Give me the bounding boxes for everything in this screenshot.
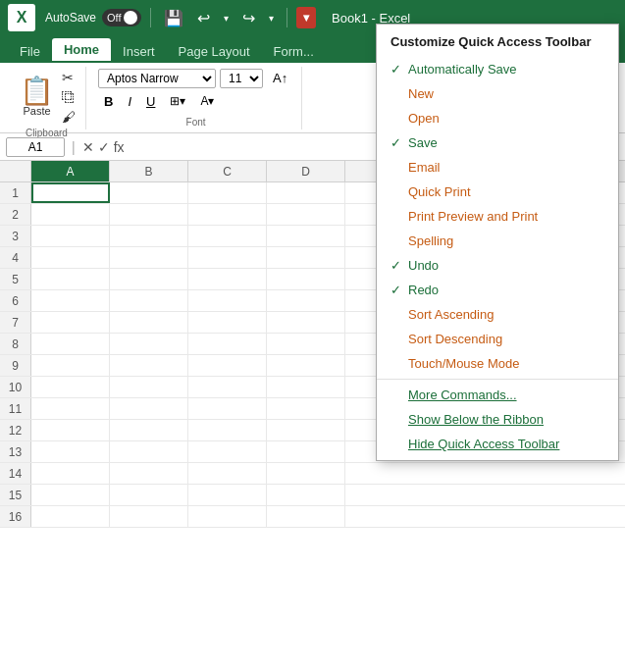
cell-a8[interactable] bbox=[31, 334, 110, 354]
cell-c8[interactable] bbox=[188, 334, 267, 354]
tab-home[interactable]: Home bbox=[52, 38, 111, 63]
cell-d3[interactable] bbox=[267, 226, 345, 246]
cell-c13[interactable] bbox=[188, 441, 267, 462]
cell-c16[interactable] bbox=[188, 506, 267, 527]
cell-a12[interactable] bbox=[31, 420, 110, 440]
cell-b2[interactable] bbox=[110, 204, 188, 225]
cell-d5[interactable] bbox=[267, 269, 345, 289]
cell-b4[interactable] bbox=[110, 247, 188, 268]
undo-icon[interactable]: ↩ bbox=[193, 6, 214, 30]
dropdown-item-more-commands[interactable]: More Commands... bbox=[377, 383, 618, 407]
cell-reference-input[interactable] bbox=[6, 137, 65, 157]
dropdown-item-sort-desc[interactable]: Sort Descending bbox=[377, 327, 618, 351]
cell-d6[interactable] bbox=[267, 290, 345, 311]
cell-a15[interactable] bbox=[31, 485, 110, 505]
cell-a13[interactable] bbox=[31, 441, 110, 462]
cell-a10[interactable] bbox=[31, 377, 110, 397]
increase-font-button[interactable]: A↑ bbox=[267, 69, 293, 87]
tab-insert[interactable]: Insert bbox=[111, 40, 167, 63]
tab-page-layout[interactable]: Page Layout bbox=[167, 40, 262, 63]
dropdown-item-spelling[interactable]: Spelling bbox=[377, 229, 618, 253]
cell-d11[interactable] bbox=[267, 398, 345, 419]
dropdown-item-auto-save[interactable]: ✓Automatically Save bbox=[377, 57, 618, 81]
dropdown-item-email[interactable]: Email bbox=[377, 155, 618, 180]
cell-c12[interactable] bbox=[188, 420, 267, 440]
cell-b9[interactable] bbox=[110, 355, 188, 376]
cell-d13[interactable] bbox=[267, 441, 345, 462]
cell-d15[interactable] bbox=[267, 485, 345, 505]
cell-b11[interactable] bbox=[110, 398, 188, 419]
cell-d8[interactable] bbox=[267, 334, 345, 354]
cell-d9[interactable] bbox=[267, 355, 345, 376]
underline-button[interactable]: U bbox=[140, 92, 161, 111]
border-button[interactable]: ⊞▾ bbox=[164, 92, 191, 110]
formula-confirm-icon[interactable]: ✓ bbox=[98, 139, 110, 155]
fill-color-button[interactable]: A▾ bbox=[194, 92, 220, 110]
cell-c1[interactable] bbox=[188, 182, 267, 203]
dropdown-item-hide-toolbar[interactable]: Hide Quick Access Toolbar bbox=[377, 432, 618, 456]
redo-dropdown-icon[interactable]: ▾ bbox=[265, 10, 278, 26]
redo-icon[interactable]: ↪ bbox=[238, 6, 259, 30]
cell-c6[interactable] bbox=[188, 290, 267, 311]
dropdown-item-show-below[interactable]: Show Below the Ribbon bbox=[377, 407, 618, 432]
col-header-d[interactable]: D bbox=[267, 161, 345, 181]
cell-c10[interactable] bbox=[188, 377, 267, 397]
cell-b10[interactable] bbox=[110, 377, 188, 397]
cell-b13[interactable] bbox=[110, 441, 188, 462]
italic-button[interactable]: I bbox=[122, 92, 137, 111]
cell-c4[interactable] bbox=[188, 247, 267, 268]
cell-a14[interactable] bbox=[31, 463, 110, 484]
cell-b16[interactable] bbox=[110, 506, 188, 527]
format-painter-button[interactable]: 🖌 bbox=[60, 108, 78, 126]
col-header-a[interactable]: A bbox=[31, 161, 110, 181]
cell-d7[interactable] bbox=[267, 312, 345, 333]
autosave-toggle[interactable]: Off bbox=[102, 9, 141, 26]
font-size-select[interactable]: 11 bbox=[220, 69, 263, 88]
formula-cancel-icon[interactable]: ✕ bbox=[82, 139, 94, 155]
cell-b7[interactable] bbox=[110, 312, 188, 333]
save-icon[interactable]: 💾 bbox=[160, 6, 187, 30]
paste-button[interactable]: 📋 Paste bbox=[16, 76, 58, 119]
cut-button[interactable]: ✂ bbox=[60, 69, 78, 86]
copy-button[interactable]: ⿻ bbox=[60, 88, 78, 106]
cell-c3[interactable] bbox=[188, 226, 267, 246]
quick-access-dropdown-button[interactable]: ▾ bbox=[296, 7, 316, 28]
cell-b1[interactable] bbox=[110, 182, 188, 203]
cell-b6[interactable] bbox=[110, 290, 188, 311]
cell-d1[interactable] bbox=[267, 182, 345, 203]
dropdown-item-sort-asc[interactable]: Sort Ascending bbox=[377, 302, 618, 327]
cell-a3[interactable] bbox=[31, 226, 110, 246]
cell-c11[interactable] bbox=[188, 398, 267, 419]
cell-d2[interactable] bbox=[267, 204, 345, 225]
cell-d10[interactable] bbox=[267, 377, 345, 397]
cell-c14[interactable] bbox=[188, 463, 267, 484]
cell-b5[interactable] bbox=[110, 269, 188, 289]
undo-dropdown-icon[interactable]: ▾ bbox=[220, 10, 233, 26]
cell-c2[interactable] bbox=[188, 204, 267, 225]
cell-a11[interactable] bbox=[31, 398, 110, 419]
dropdown-item-save[interactable]: ✓Save bbox=[377, 130, 618, 155]
cell-a1[interactable] bbox=[31, 182, 110, 203]
cell-d16[interactable] bbox=[267, 506, 345, 527]
bold-button[interactable]: B bbox=[98, 92, 119, 111]
formula-insert-icon[interactable]: fx bbox=[114, 139, 125, 155]
cell-a9[interactable] bbox=[31, 355, 110, 376]
cell-a16[interactable] bbox=[31, 506, 110, 527]
col-header-c[interactable]: C bbox=[188, 161, 267, 181]
cell-d4[interactable] bbox=[267, 247, 345, 268]
cell-d12[interactable] bbox=[267, 420, 345, 440]
cell-c15[interactable] bbox=[188, 485, 267, 505]
dropdown-item-new[interactable]: New bbox=[377, 81, 618, 106]
cell-a5[interactable] bbox=[31, 269, 110, 289]
cell-b12[interactable] bbox=[110, 420, 188, 440]
dropdown-item-redo[interactable]: ✓Redo bbox=[377, 278, 618, 302]
cell-c7[interactable] bbox=[188, 312, 267, 333]
cell-b8[interactable] bbox=[110, 334, 188, 354]
cell-a7[interactable] bbox=[31, 312, 110, 333]
font-name-select[interactable]: Aptos Narrow bbox=[98, 69, 216, 88]
col-header-b[interactable]: B bbox=[110, 161, 188, 181]
cell-b15[interactable] bbox=[110, 485, 188, 505]
dropdown-item-touch-mode[interactable]: Touch/Mouse Mode bbox=[377, 351, 618, 376]
dropdown-item-print-preview[interactable]: Print Preview and Print bbox=[377, 204, 618, 229]
dropdown-item-open[interactable]: Open bbox=[377, 106, 618, 130]
